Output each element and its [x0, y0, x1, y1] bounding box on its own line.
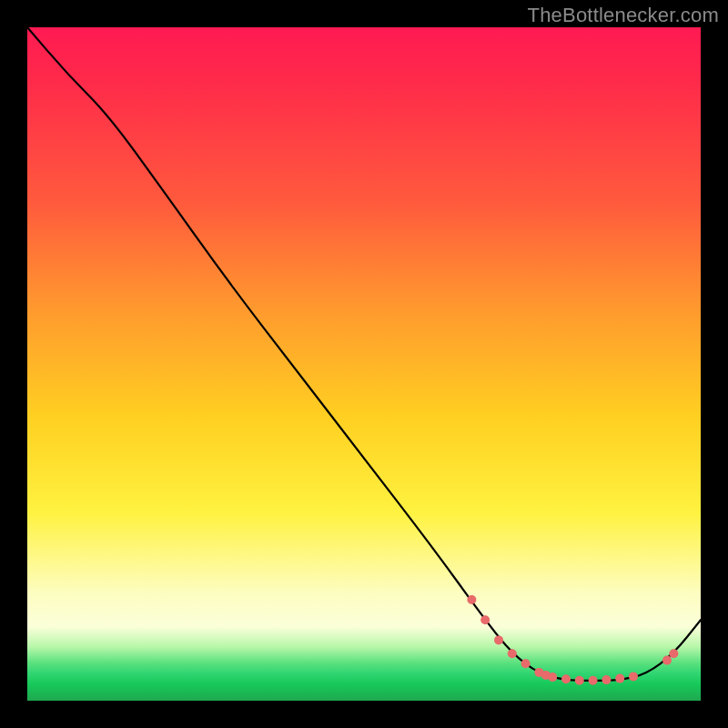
curve-marker	[589, 676, 598, 685]
curve-marker	[494, 635, 503, 644]
bottleneck-curve	[27, 27, 701, 681]
watermark-text: TheBottlenecker.com	[528, 4, 719, 27]
curve-marker	[662, 656, 672, 665]
curve-marker	[615, 674, 624, 683]
curve-marker	[629, 672, 638, 681]
curve-marker	[548, 672, 557, 682]
curve-marker	[521, 659, 531, 668]
curve-marker	[508, 649, 517, 658]
curve-marker	[669, 649, 678, 658]
curve-marker	[467, 595, 476, 604]
curve-marker	[561, 674, 571, 683]
curve-marker	[480, 615, 490, 624]
curve-marker	[575, 676, 584, 685]
curve-marker	[602, 675, 611, 684]
plot-area	[27, 27, 701, 701]
chart-stage: TheBottlenecker.com	[0, 0, 728, 728]
curve-svg	[27, 27, 701, 701]
